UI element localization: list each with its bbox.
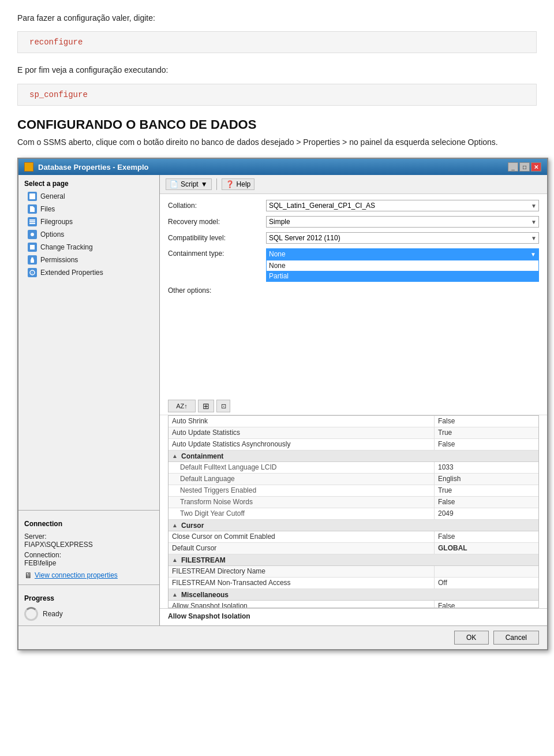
svg-rect-3 — [29, 223, 35, 224]
nav-item-extended-properties[interactable]: i Extended Properties — [18, 266, 159, 279]
containment-row: Containment type: None ▼ None Partial — [168, 248, 539, 282]
nav-item-change-tracking[interactable]: Change Tracking — [18, 241, 159, 254]
change-tracking-icon — [28, 243, 37, 252]
right-panel: 📄 Script ▼ ❓ Help Collation: SQL_L — [160, 175, 547, 625]
containment-option-partial[interactable]: Partial — [267, 271, 538, 281]
permissions-icon — [28, 255, 37, 265]
collation-select[interactable]: SQL_Latin1_General_CP1_CI_AS — [266, 200, 539, 211]
maximize-button[interactable]: □ — [519, 162, 530, 172]
grid-cell-value: 1033 — [435, 462, 538, 473]
svg-rect-2 — [29, 221, 35, 222]
grid-cell-name: Nested Triggers Enabled — [169, 485, 435, 496]
nav-item-general[interactable]: General — [18, 190, 159, 203]
grid-section-filestream: ▲FILESTREAM — [169, 554, 538, 566]
dialog-titlebar: Database Properties - Exemplo _ □ ✕ — [18, 159, 547, 175]
grid-cell-name: Auto Update Statistics Asynchronously — [169, 439, 435, 450]
sort-az-button2[interactable]: ⊞ — [198, 400, 214, 412]
script-button[interactable]: 📄 Script ▼ — [166, 178, 212, 190]
section-heading: CONFIGURANDO O BANCO DE DADOS — [17, 117, 537, 132]
table-row: Auto Update Statistics AsynchronouslyFal… — [169, 439, 538, 450]
dialog-body: Select a page General Files Filegroups — [18, 175, 547, 625]
intro-text1: Para fazer a configuração valer, digite: — [17, 13, 155, 23]
minimize-button[interactable]: _ — [508, 162, 518, 172]
help-button[interactable]: ❓ Help — [222, 178, 255, 190]
containment-value-container[interactable]: None ▼ None Partial — [266, 248, 539, 282]
grid-cell-name: Auto Update Statistics — [169, 427, 435, 438]
section-collapse-icon[interactable]: ▲ — [171, 522, 179, 528]
section-label: Cursor — [179, 520, 206, 531]
intro-para2: E por fim veja a configuração executando… — [17, 64, 537, 76]
progress-title: Progress — [24, 590, 154, 605]
compatibility-select[interactable]: SQL Server 2012 (110) — [266, 232, 539, 244]
section-label: Containment — [179, 451, 226, 461]
containment-select-box[interactable]: None ▼ — [266, 248, 539, 260]
ok-button[interactable]: OK — [454, 631, 489, 645]
other-options-toolbar: AZ↑ ⊞ ⊡ — [160, 397, 547, 415]
section-desc: Com o SSMS aberto, clique com o botão di… — [17, 136, 537, 148]
section-collapse-icon[interactable]: ▲ — [171, 557, 179, 563]
grid-cell-value: 2049 — [435, 508, 538, 519]
server-value: FIAPX\SQLEXPRESS — [24, 541, 154, 549]
dialog-title: Database Properties - Exemplo — [38, 163, 148, 172]
nav-item-options[interactable]: Options — [18, 228, 159, 241]
collation-row: Collation: SQL_Latin1_General_CP1_CI_AS … — [168, 200, 539, 211]
properties-area: Collation: SQL_Latin1_General_CP1_CI_AS … — [160, 194, 547, 397]
grid-cell-value: False — [435, 416, 538, 427]
nav-item-filegroups[interactable]: Filegroups — [18, 215, 159, 228]
nav-item-permissions[interactable]: Permissions — [18, 254, 159, 266]
sort-az-button[interactable]: AZ↑ — [168, 400, 196, 412]
dialog-footer: OK Cancel — [18, 625, 547, 649]
intro-para1: Para fazer a configuração valer, digite: — [17, 12, 537, 24]
close-button[interactable]: ✕ — [531, 162, 541, 172]
intro-text2: E por fim veja a configuração executando… — [17, 65, 169, 75]
table-row: Close Cursor on Commit EnabledFalse — [169, 531, 538, 543]
svg-text:i: i — [32, 271, 33, 275]
containment-option-none[interactable]: None — [267, 260, 538, 271]
connection-title: Connection — [24, 515, 154, 530]
other-options-label: Other options: — [168, 286, 539, 295]
recovery-model-select[interactable]: Simple — [266, 216, 539, 228]
compatibility-value-container: SQL Server 2012 (110) ▼ — [266, 232, 539, 244]
section-label: FILESTREAM — [179, 555, 228, 565]
left-panel: Select a page General Files Filegroups — [18, 175, 160, 625]
grid-cell-value — [435, 566, 538, 577]
table-row: Default LanguageEnglish — [169, 474, 538, 485]
table-row: FILESTREAM Non-Transacted AccessOff — [169, 578, 538, 589]
code2-text: sp_configure — [29, 90, 88, 99]
section-collapse-icon[interactable]: ▲ — [171, 591, 179, 598]
grid-cell-name: Close Cursor on Commit Enabled — [169, 531, 435, 542]
spinner-icon — [24, 607, 38, 621]
progress-section: Progress Ready — [18, 584, 159, 625]
table-row: Transform Noise WordsFalse — [169, 497, 538, 508]
section-collapse-icon[interactable]: ▲ — [171, 453, 179, 459]
table-row: Default CursorGLOBAL — [169, 543, 538, 554]
script-icon: 📄 — [170, 180, 178, 188]
description-bar: Allow Snapshot Isolation — [160, 608, 547, 625]
filter-button[interactable]: ⊡ — [216, 400, 230, 412]
compatibility-label: Compatibility level: — [168, 234, 260, 242]
grid-cell-value: GLOBAL — [435, 543, 538, 554]
grid-cell-value: Off — [435, 578, 538, 589]
grid-cell-name: Allow Snapshot Isolation — [169, 601, 435, 608]
cancel-button[interactable]: Cancel — [493, 631, 539, 645]
grid-cell-value: False — [435, 601, 538, 608]
grid-cell-name: Transform Noise Words — [169, 497, 435, 508]
progress-status: Ready — [43, 610, 63, 618]
connection-label: Connection: — [24, 551, 154, 559]
code-block-2: sp_configure — [17, 84, 537, 106]
script-label: Script — [181, 180, 199, 188]
grid-cell-value: True — [435, 427, 538, 438]
collation-label: Collation: — [168, 202, 260, 210]
view-connection-link[interactable]: View connection properties — [35, 571, 118, 579]
grid-cell-value: False — [435, 497, 538, 508]
grid-cell-name: Default Cursor — [169, 543, 435, 554]
nav-item-files[interactable]: Files — [18, 203, 159, 215]
svg-rect-5 — [31, 259, 34, 263]
containment-current-value: None — [269, 250, 286, 258]
filegroups-icon — [28, 217, 37, 226]
grid-cell-name: Two Digit Year Cutoff — [169, 508, 435, 519]
grid-cell-name: FILESTREAM Directory Name — [169, 566, 435, 577]
connection-value: FEB\felipe — [24, 559, 154, 567]
recovery-model-row: Recovery model: Simple ▼ — [168, 216, 539, 228]
general-icon — [28, 192, 37, 201]
